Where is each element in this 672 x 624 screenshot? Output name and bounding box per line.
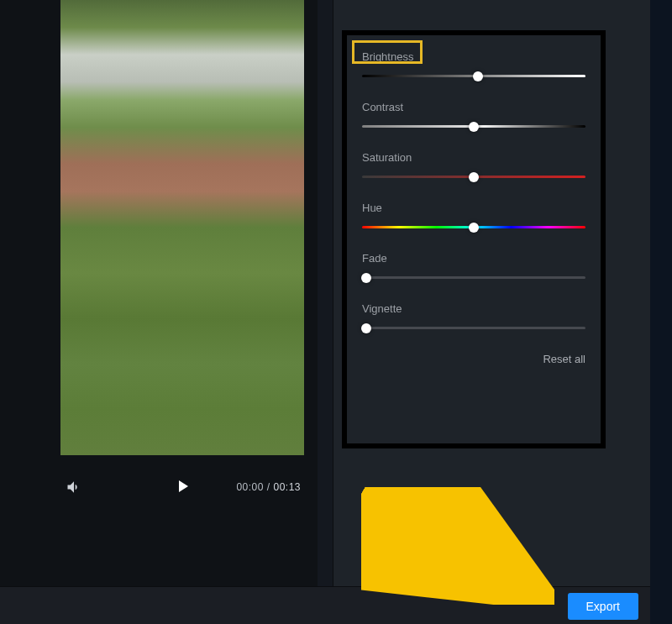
slider-label: Fade	[362, 252, 585, 265]
slider-thumb[interactable]	[469, 122, 479, 132]
slider-label: Contrast	[362, 101, 585, 113]
adjustments-panel: Brightness Contrast Saturation Hue Fade	[333, 0, 672, 586]
vignette-slider[interactable]	[362, 327, 585, 329]
contrast-slider[interactable]	[362, 125, 585, 128]
export-button[interactable]: Export	[568, 593, 638, 620]
player-controls: 00:00 / 00:13	[60, 470, 304, 504]
bottom-bar: Export	[0, 586, 672, 624]
reset-all-button[interactable]: Reset all	[362, 353, 585, 365]
fade-slider[interactable]	[362, 276, 585, 279]
slider-thumb[interactable]	[469, 223, 479, 233]
slider-vignette: Vignette	[362, 302, 585, 329]
right-edge-strip	[650, 0, 672, 624]
video-preview[interactable]	[60, 0, 304, 455]
slider-contrast: Contrast	[362, 101, 585, 128]
hue-slider[interactable]	[362, 226, 585, 228]
slider-saturation: Saturation	[362, 151, 585, 178]
current-time: 00:00	[236, 481, 264, 493]
preview-panel: 00:00 / 00:13	[0, 0, 318, 586]
slider-hue: Hue	[362, 202, 585, 228]
slider-thumb[interactable]	[361, 323, 371, 333]
slider-label: Vignette	[362, 302, 585, 315]
volume-icon[interactable]	[66, 479, 82, 496]
slider-label: Hue	[362, 202, 585, 214]
play-icon[interactable]	[172, 476, 192, 499]
slider-thumb[interactable]	[473, 71, 483, 81]
total-time: 00:13	[273, 481, 301, 493]
slider-brightness: Brightness	[362, 50, 585, 77]
slider-label: Saturation	[362, 151, 585, 164]
brightness-slider[interactable]	[362, 75, 585, 77]
slider-fade: Fade	[362, 252, 585, 279]
slider-thumb[interactable]	[361, 273, 371, 283]
slider-thumb[interactable]	[469, 172, 479, 182]
time-display: 00:00 / 00:13	[236, 481, 301, 493]
saturation-slider[interactable]	[362, 176, 585, 178]
slider-label: Brightness	[362, 50, 585, 63]
adjustments-box: Brightness Contrast Saturation Hue Fade	[342, 30, 606, 448]
